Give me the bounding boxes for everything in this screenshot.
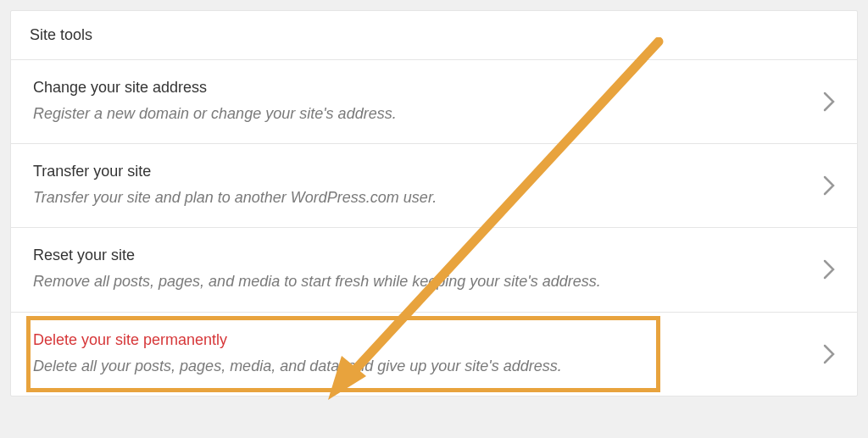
item-description: Delete all your posts, pages, media, and… <box>33 356 810 377</box>
item-description: Register a new domain or change your sit… <box>33 103 810 125</box>
chevron-right-icon <box>823 91 835 112</box>
item-title: Reset your site <box>33 247 810 264</box>
chevron-right-icon <box>823 344 835 364</box>
list-item-change-address[interactable]: Change your site address Register a new … <box>11 60 857 144</box>
list-item-transfer-site[interactable]: Transfer your site Transfer your site an… <box>11 144 857 228</box>
site-tools-panel: Site tools Change your site address Regi… <box>10 10 858 396</box>
item-title: Change your site address <box>33 79 810 97</box>
item-description: Remove all posts, pages, and media to st… <box>33 271 810 292</box>
item-text: Change your site address Register a new … <box>33 79 810 125</box>
item-text: Transfer your site Transfer your site an… <box>33 163 810 208</box>
panel-title: Site tools <box>30 26 838 44</box>
panel-header: Site tools <box>11 11 857 60</box>
chevron-right-icon <box>823 175 835 196</box>
list-item-delete-site[interactable]: Delete your site permanently Delete all … <box>11 313 857 396</box>
item-title: Transfer your site <box>33 163 810 180</box>
list-item-reset-site[interactable]: Reset your site Remove all posts, pages,… <box>11 228 857 312</box>
item-title: Delete your site permanently <box>33 331 810 349</box>
item-description: Transfer your site and plan to another W… <box>33 187 810 208</box>
chevron-right-icon <box>823 259 835 280</box>
item-text: Delete your site permanently Delete all … <box>33 331 810 377</box>
item-text: Reset your site Remove all posts, pages,… <box>33 247 810 292</box>
